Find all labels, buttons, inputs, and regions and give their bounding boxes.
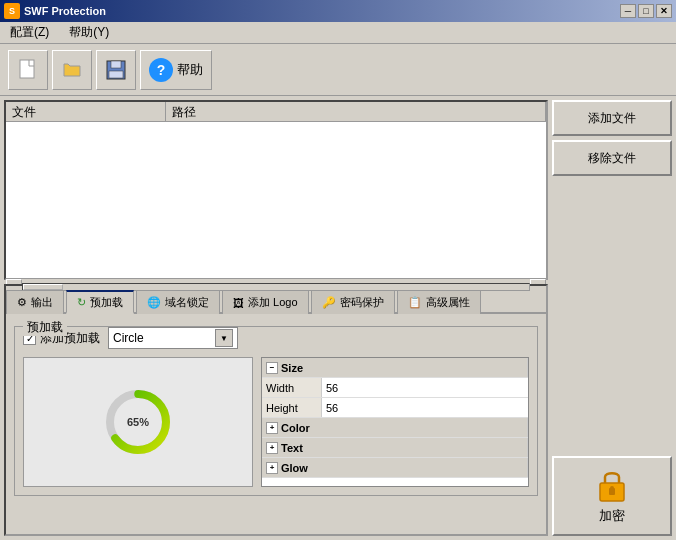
window-title: SWF Protection [24, 5, 106, 17]
properties-box: − Size Width 56 Height 56 [261, 357, 529, 487]
tab-advanced-label: 高级属性 [426, 295, 470, 310]
color-expand-icon[interactable]: + [266, 422, 278, 434]
svg-rect-0 [20, 60, 34, 78]
open-button[interactable] [52, 50, 92, 90]
title-bar: S SWF Protection ─ □ ✕ [0, 0, 676, 22]
text-expand-icon[interactable]: + [266, 442, 278, 454]
remove-file-button[interactable]: 移除文件 [552, 140, 672, 176]
prop-key-height: Height [262, 398, 322, 417]
prop-key-size: − Size [262, 358, 528, 377]
maximize-button[interactable]: □ [638, 4, 654, 18]
tab-password-icon: 🔑 [322, 296, 336, 309]
col-file: 文件 [6, 102, 166, 121]
scrollbar-thumb[interactable] [23, 284, 63, 290]
svg-rect-2 [111, 61, 121, 68]
prop-row-glow: + Glow [262, 458, 528, 478]
tab-output-label: 输出 [31, 295, 53, 310]
tab-preload-label: 预加载 [90, 295, 123, 310]
tab-domain-label: 域名锁定 [165, 295, 209, 310]
spinner-percentage: 65% [127, 416, 149, 428]
prop-row-width: Width 56 [262, 378, 528, 398]
prop-value-width: 56 [322, 380, 528, 396]
prop-row-text: + Text [262, 438, 528, 458]
tab-bar: ⚙ 输出 ↻ 预加载 🌐 域名锁定 🖼 添加 Logo 🔑 密码保护 [6, 286, 546, 314]
preview-props-row: 65% − Size [23, 357, 529, 487]
tab-preload-icon: ↻ [77, 296, 86, 309]
prop-size-label: Size [281, 362, 303, 374]
dropdown-arrow-icon: ▼ [215, 329, 233, 347]
prop-row-height: Height 56 [262, 398, 528, 418]
tab-advanced-icon: 📋 [408, 296, 422, 309]
prop-glow-label: Glow [281, 462, 308, 474]
tab-domain[interactable]: 🌐 域名锁定 [136, 290, 220, 314]
tab-section: ⚙ 输出 ↻ 预加载 🌐 域名锁定 🖼 添加 Logo 🔑 密码保护 [4, 284, 548, 536]
tab-logo-icon: 🖼 [233, 297, 244, 309]
preload-options-row: 添加预加载 Circle ▼ [23, 327, 529, 349]
prop-color-label: Color [281, 422, 310, 434]
preload-type-dropdown[interactable]: Circle ▼ [108, 327, 238, 349]
file-table-body [6, 122, 546, 278]
preview-box: 65% [23, 357, 253, 487]
dropdown-value: Circle [113, 331, 144, 345]
tab-password-label: 密码保护 [340, 295, 384, 310]
tab-logo[interactable]: 🖼 添加 Logo [222, 290, 309, 314]
menu-config[interactable]: 配置(Z) [4, 22, 55, 43]
save-button[interactable] [96, 50, 136, 90]
svg-rect-3 [109, 71, 123, 78]
help-label: 帮助 [177, 61, 203, 79]
glow-expand-icon[interactable]: + [266, 462, 278, 474]
size-expand-icon[interactable]: − [266, 362, 278, 374]
right-panel: 添加文件 移除文件 加密 [552, 100, 672, 536]
prop-key-glow: + Glow [262, 458, 528, 477]
tab-logo-label: 添加 Logo [248, 295, 298, 310]
left-panel: 文件 路径 ◀ ▶ ⚙ 输出 ↻ 预加载 [4, 100, 548, 536]
tab-preload[interactable]: ↻ 预加载 [66, 290, 134, 314]
encrypt-button[interactable]: 加密 [552, 456, 672, 536]
help-icon: ? [149, 58, 173, 82]
remove-file-label: 移除文件 [588, 150, 636, 167]
minimize-button[interactable]: ─ [620, 4, 636, 18]
tab-output[interactable]: ⚙ 输出 [6, 290, 64, 314]
add-file-label: 添加文件 [588, 110, 636, 127]
new-icon [16, 58, 40, 82]
open-icon [60, 58, 84, 82]
file-table-header: 文件 路径 [6, 102, 546, 122]
main-content: 文件 路径 ◀ ▶ ⚙ 输出 ↻ 预加载 [0, 96, 676, 540]
prop-key-width: Width [262, 378, 322, 397]
prop-key-color: + Color [262, 418, 528, 437]
encrypt-label: 加密 [599, 507, 625, 525]
lock-icon [594, 467, 630, 503]
tab-advanced[interactable]: 📋 高级属性 [397, 290, 481, 314]
preload-group-box: 预加载 添加预加载 Circle ▼ [14, 326, 538, 496]
file-table: 文件 路径 ◀ ▶ [4, 100, 548, 280]
tab-content: 预加载 添加预加载 Circle ▼ [6, 314, 546, 504]
new-button[interactable] [8, 50, 48, 90]
prop-row-color: + Color [262, 418, 528, 438]
tab-output-icon: ⚙ [17, 296, 27, 309]
tab-domain-icon: 🌐 [147, 296, 161, 309]
menu-bar: 配置(Z) 帮助(Y) [0, 22, 676, 44]
prop-row-size: − Size [262, 358, 528, 378]
save-icon [104, 58, 128, 82]
svg-point-8 [610, 486, 614, 490]
prop-value-height: 56 [322, 400, 528, 416]
app-icon: S [4, 3, 20, 19]
close-button[interactable]: ✕ [656, 4, 672, 18]
toolbar: ? 帮助 [0, 44, 676, 96]
col-path: 路径 [166, 102, 546, 121]
tab-password[interactable]: 🔑 密码保护 [311, 290, 395, 314]
prop-text-label: Text [281, 442, 303, 454]
prop-key-text: + Text [262, 438, 528, 457]
help-button[interactable]: ? 帮助 [140, 50, 212, 90]
add-file-button[interactable]: 添加文件 [552, 100, 672, 136]
preload-group-title: 预加载 [23, 319, 67, 336]
menu-help[interactable]: 帮助(Y) [63, 22, 115, 43]
